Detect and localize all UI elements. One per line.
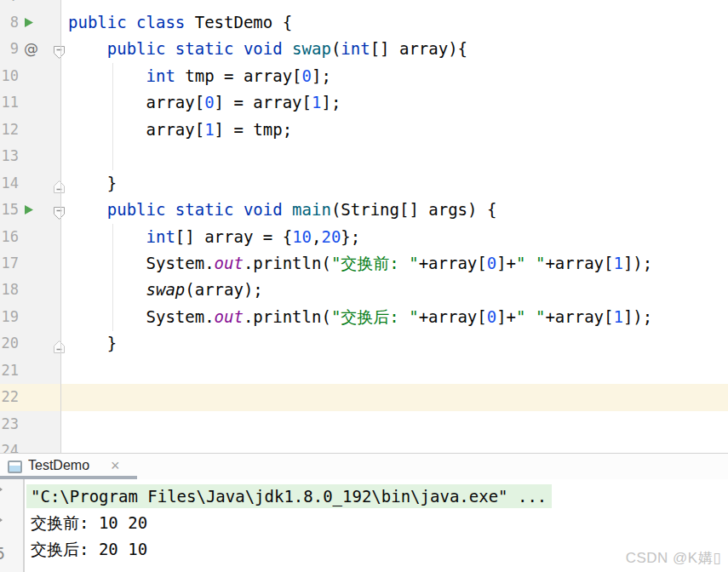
fold-start-icon[interactable] [53, 203, 66, 217]
code-line[interactable]: 7 [0, 0, 728, 9]
fold-end-icon[interactable] [53, 176, 66, 191]
code-line[interactable]: 8public class TestDemo { [0, 9, 728, 36]
code-text: array[0] = array[1]; [68, 89, 341, 116]
code-line[interactable]: 9@ public static void swap(int[] array){ [0, 36, 728, 62]
line-number: 12 [0, 117, 19, 143]
code-line[interactable]: 18 swap(array); [0, 277, 728, 303]
code-line[interactable]: 16 int[] array = {10,20}; [0, 224, 728, 250]
line-number: 22 [0, 384, 19, 410]
gutter-separator [60, 0, 61, 453]
line-number: 8 [0, 9, 19, 36]
line-number: 17 [0, 250, 19, 277]
code-text: array[1] = tmp; [68, 117, 292, 143]
editor-lines: 78public class TestDemo {9@ public stati… [0, 0, 728, 453]
code-line[interactable]: 23 [0, 411, 728, 438]
ide-window: 78public class TestDemo {9@ public stati… [0, 0, 728, 572]
line-number: 7 [0, 0, 19, 9]
line-number: 19 [0, 304, 19, 330]
close-icon[interactable]: × [111, 457, 120, 475]
clipped-toolbar-icon [0, 485, 3, 494]
run-console[interactable]: 5 "C:\Program Files\Java\jdk1.8.0_192\bi… [0, 479, 728, 572]
caret-line[interactable]: 22 [0, 384, 728, 410]
console-line: 交换后: 20 10 [26, 536, 728, 563]
code-text: swap(array); [68, 277, 263, 303]
line-number: 11 [0, 89, 19, 116]
annotation-at-icon[interactable]: @ [24, 36, 39, 62]
code-line[interactable]: 14 } [0, 170, 728, 197]
code-text: } [68, 330, 117, 357]
code-line[interactable]: 21 [0, 358, 728, 384]
code-text: int[] array = {10,20}; [68, 224, 360, 250]
fold-end-icon[interactable] [53, 336, 66, 351]
line-number: 15 [0, 197, 19, 223]
code-line[interactable]: 12 array[1] = tmp; [0, 117, 728, 143]
code-line[interactable]: 11 array[0] = array[1]; [0, 89, 728, 116]
line-number: 21 [0, 358, 19, 384]
clipped-toolbar-icon [0, 516, 3, 524]
code-text: public static void swap(int[] array){ [68, 36, 467, 62]
code-line[interactable]: 10 int tmp = array[0]; [0, 63, 728, 89]
console-toolbar-rail: 5 [0, 479, 25, 572]
code-editor[interactable]: 78public class TestDemo {9@ public stati… [0, 0, 728, 453]
csdn-watermark: CSDN @K媾▯ [626, 548, 721, 568]
console-line: 交换前: 10 20 [26, 510, 728, 536]
console-window-icon [8, 460, 22, 473]
code-line[interactable]: 13 [0, 143, 728, 169]
tab-testdemo[interactable]: TestDemo × [0, 454, 137, 479]
line-number: 20 [0, 330, 19, 357]
line-number: 18 [0, 277, 19, 303]
run-icon[interactable] [24, 9, 39, 36]
code-line[interactable]: 20 } [0, 330, 728, 357]
code-text: System.out.println("交换前: "+array[0]+" "+… [68, 250, 652, 277]
code-text: int tmp = array[0]; [68, 63, 331, 89]
console-line-command: "C:\Program Files\Java\jdk1.8.0_192\bin\… [26, 479, 728, 510]
code-line[interactable]: 24 [0, 438, 728, 453]
code-text: public static void main(String[] args) { [68, 197, 496, 223]
run-toolwindow-tabbar: TestDemo × [0, 453, 728, 479]
code-text: System.out.println("交换后: "+array[0]+" "+… [68, 304, 652, 330]
console-output: "C:\Program Files\Java\jdk1.8.0_192\bin\… [26, 479, 728, 563]
line-number: 23 [0, 411, 19, 438]
code-line[interactable]: 17 System.out.println("交换前: "+array[0]+"… [0, 250, 728, 277]
tab-label: TestDemo [28, 458, 89, 473]
line-number: 10 [0, 63, 19, 89]
clipped-toolbar-icon: 5 [0, 544, 5, 563]
code-text: } [68, 170, 117, 197]
line-number: 13 [0, 143, 19, 169]
code-line[interactable]: 15 public static void main(String[] args… [0, 197, 728, 223]
line-number: 16 [0, 224, 19, 250]
line-number: 24 [0, 438, 19, 453]
code-line[interactable]: 19 System.out.println("交换后: "+array[0]+"… [0, 304, 728, 330]
line-number: 9 [0, 36, 19, 62]
line-number: 14 [0, 170, 19, 197]
code-text: public class TestDemo { [68, 9, 292, 36]
fold-start-icon[interactable] [53, 42, 66, 56]
run-icon[interactable] [24, 197, 39, 223]
console-command-text: "C:\Program Files\Java\jdk1.8.0_192\bin\… [26, 484, 552, 508]
